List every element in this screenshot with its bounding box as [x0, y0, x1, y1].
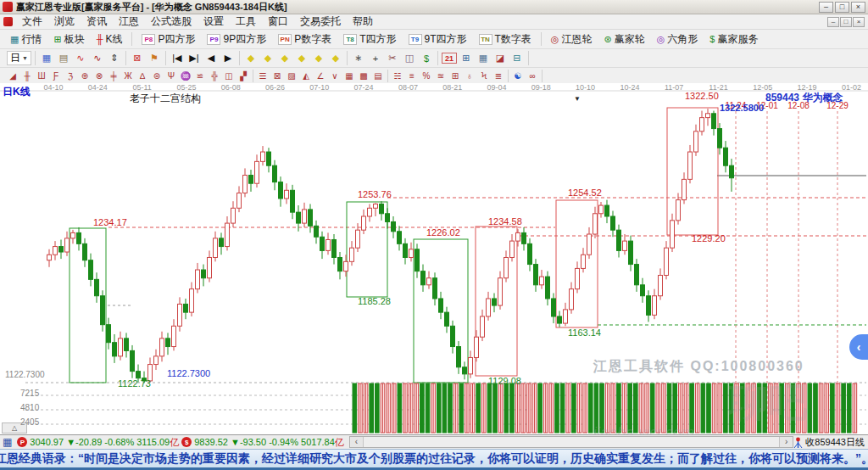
draw-tool-2-1[interactable]: ≡	[405, 70, 419, 82]
mdi-minimize-button[interactable]: –	[827, 17, 839, 27]
draw-tool-1-8[interactable]: ▤	[371, 70, 385, 82]
tool-button-⊠[interactable]: ⊠	[130, 51, 145, 65]
draw-tool-1-7[interactable]: ▩	[357, 70, 370, 82]
tool-button-◪[interactable]: ◪	[492, 51, 508, 65]
maximize-button[interactable]: □	[835, 2, 849, 13]
toolbar-button-江恩轮[interactable]: ◎江恩轮	[546, 31, 598, 48]
toolbar-button-赢家轮[interactable]: ⊛赢家轮	[598, 31, 649, 48]
chart-scrollbar[interactable]: ‹ ›	[349, 436, 793, 448]
tool-button-+[interactable]: +	[368, 51, 383, 65]
tool-button-⊞[interactable]: ⊞	[459, 51, 474, 65]
draw-tool-3-0[interactable]: ☯	[511, 70, 525, 82]
toolbar-button-9P四方形[interactable]: P99P四方形	[202, 31, 271, 48]
tool-button-◫[interactable]: ◫	[402, 51, 417, 65]
scroll-right-button[interactable]: ›	[780, 437, 793, 447]
tool-button-∿[interactable]: ∿	[90, 51, 105, 65]
toolbar-button-板块[interactable]: ⊞板块	[48, 31, 89, 48]
tool-button-▦[interactable]: ▦	[39, 51, 54, 65]
draw-tool-2-2[interactable]: %	[420, 70, 433, 82]
toolbar-button-K线[interactable]: ╫K线	[92, 31, 128, 48]
draw-tool-1-3[interactable]: ◭	[299, 70, 313, 82]
draw-tool-0-9[interactable]: ∆	[136, 70, 149, 82]
scroll-left-button[interactable]: ‹	[350, 437, 363, 447]
scrollbar-thumb[interactable]	[363, 437, 780, 447]
toolbar-button-赢家服务[interactable]: $赢家服务	[704, 31, 763, 48]
draw-tool-1-5[interactable]: ∨	[328, 70, 342, 82]
menu-item-江恩[interactable]: 江恩	[113, 14, 145, 30]
tool-button-▤[interactable]: ▤	[56, 51, 71, 65]
mdi-close-button[interactable]: ×	[853, 17, 865, 27]
draw-tool-0-4[interactable]: ℨ	[64, 70, 77, 82]
toolbar-button-T数字表[interactable]: TNT数字表	[474, 31, 537, 48]
tool-button-◆[interactable]: ◆	[277, 51, 292, 65]
draw-tool-2-6[interactable]: Ϟ	[477, 70, 491, 82]
tool-button-◆[interactable]: ◆	[311, 51, 326, 65]
menu-item-公式选股[interactable]: 公式选股	[145, 14, 198, 30]
menu-item-资讯[interactable]: 资讯	[81, 14, 113, 30]
menu-item-浏览[interactable]: 浏览	[48, 14, 81, 30]
toolbar-button-六角形[interactable]: ◎六角形	[652, 31, 704, 48]
draw-tool-0-0[interactable]: ◢	[6, 70, 19, 82]
quote-grid-icon[interactable]: ▦	[3, 437, 12, 447]
draw-tool-0-6[interactable]: ⊗	[92, 70, 106, 82]
draw-tool-0-3[interactable]: Ƒ	[49, 70, 63, 82]
tool-button-⊟[interactable]: ⊟	[509, 51, 525, 65]
draw-tool-0-10[interactable]: ⊜	[150, 70, 164, 82]
draw-tool-2-4[interactable]: ⊞	[448, 70, 462, 82]
draw-tool-2-3[interactable]: ≊	[434, 70, 448, 82]
tool-button-⇕[interactable]: ⇕	[107, 51, 122, 65]
mdi-maximize-button[interactable]: □	[840, 17, 852, 27]
tool-button-◀[interactable]: ◀	[203, 51, 219, 65]
toolbar-button-P数字表[interactable]: PNP数字表	[273, 31, 337, 48]
tool-button-21[interactable]: 21	[442, 53, 457, 64]
draw-tool-0-8[interactable]: Ж	[121, 70, 135, 82]
menu-item-文件[interactable]: 文件	[16, 14, 48, 30]
menu-item-工具[interactable]: 工具	[230, 14, 262, 30]
draw-tool-1-2[interactable]: ▨	[285, 70, 298, 82]
tool-button-◆[interactable]: ◆	[328, 51, 343, 65]
tool-button-◆[interactable]: ◆	[243, 51, 259, 65]
draw-tool-0-2[interactable]: Ш	[35, 70, 48, 82]
tool-button-∗[interactable]: ∗	[351, 51, 366, 65]
draw-tool-1-6[interactable]: ▦	[342, 70, 356, 82]
tool-button-$[interactable]: $	[419, 51, 434, 65]
draw-tool-0-13[interactable]: ≌	[193, 70, 207, 82]
menu-item-交易委托[interactable]: 交易委托	[294, 14, 347, 30]
tool-button-✂[interactable]: ✂	[385, 51, 400, 65]
draw-tool-1-0[interactable]: ☰	[256, 70, 270, 82]
toolbar-button-行情[interactable]: ▦行情	[5, 31, 47, 48]
tool-button-◆[interactable]: ◆	[294, 51, 309, 65]
draw-tool-1-1[interactable]: ⊠	[270, 70, 284, 82]
draw-tool-1-4[interactable]: ∠	[314, 70, 327, 82]
menu-item-设置[interactable]: 设置	[198, 14, 230, 30]
minimize-button[interactable]: –	[819, 2, 833, 13]
toolbar-button-P四方形[interactable]: P8P四方形	[136, 31, 200, 48]
draw-tool-0-14[interactable]: ╬	[208, 70, 221, 82]
draw-tool-0-5[interactable]: ⊕	[78, 70, 92, 82]
draw-tool-0-12[interactable]: ♒	[179, 70, 192, 82]
chart-canvas[interactable]: 日K线 老子十二宫结构 ▼ 859443 华为概念 江恩工具软件 QQ:1008…	[0, 83, 868, 434]
draw-tool-0-1[interactable]: ╫	[20, 70, 34, 82]
draw-tool-3-1[interactable]: ∞	[526, 70, 539, 82]
draw-tool-0-15[interactable]: ◫	[222, 70, 236, 82]
menu-item-窗口[interactable]: 窗口	[262, 14, 294, 30]
close-button[interactable]: ×	[851, 2, 865, 13]
tool-button-◆[interactable]: ◆	[260, 51, 275, 65]
period-selector[interactable]: 日 ▼	[7, 51, 31, 65]
tool-button-⚑[interactable]: ⚑	[147, 51, 162, 65]
toolbar-button-9T四方形[interactable]: T99T四方形	[403, 31, 472, 48]
draw-tool-2-0[interactable]: ☵	[391, 70, 404, 82]
draw-tool-0-11[interactable]: Ψ	[164, 70, 178, 82]
menu-item-帮助[interactable]: 帮助	[347, 14, 379, 30]
tool-button-▶[interactable]: ▶	[220, 51, 236, 65]
tool-button-∿[interactable]: ∿	[73, 51, 88, 65]
draw-tool-0-7[interactable]: ╪	[107, 70, 120, 82]
draw-tool-2-5[interactable]: ♁	[463, 70, 476, 82]
draw-tool-0-16[interactable]: ▞	[236, 70, 250, 82]
toolbar-button-T四方形[interactable]: T8T四方形	[338, 31, 401, 48]
draw-tool-2-7[interactable]: ≣	[492, 70, 505, 82]
tool-button-▶|[interactable]: ▶|	[186, 51, 202, 65]
collapse-panel-handle[interactable]: ‹	[849, 334, 868, 360]
tool-button-▦[interactable]: ▦	[476, 51, 491, 65]
tool-button-|◀[interactable]: |◀	[170, 51, 185, 65]
